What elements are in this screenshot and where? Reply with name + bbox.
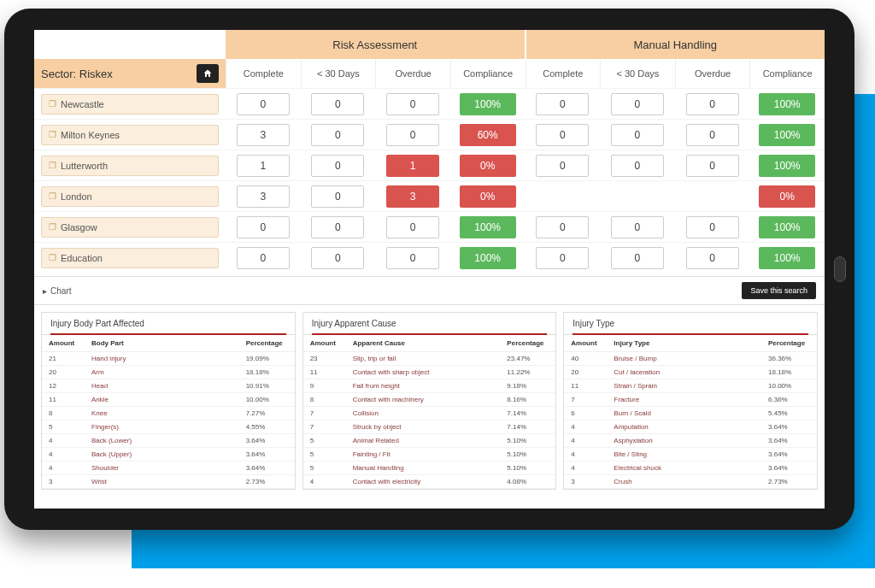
table-cell-link[interactable]: Slip, trip or fall <box>346 352 501 366</box>
table-cell-link[interactable]: Contact with electricity <box>346 475 501 489</box>
column-header: < 30 Days <box>301 59 376 88</box>
value-box[interactable]: 0 <box>311 124 364 146</box>
table-row: 40Bruise / Bump36.36% <box>564 352 817 366</box>
value-box[interactable]: 0 <box>611 216 664 238</box>
table-row: 3Wrist2.73% <box>42 475 295 489</box>
location-tag[interactable]: ❐Glasgow <box>41 217 219 238</box>
value-box[interactable]: 0 <box>311 155 364 177</box>
table-cell: 2.73% <box>761 475 817 489</box>
table-cell: 7.27% <box>239 407 295 420</box>
value-box[interactable]: 0 <box>686 93 739 115</box>
location-tag[interactable]: ❐London <box>41 186 219 207</box>
home-icon[interactable] <box>197 64 219 83</box>
table-cell-link[interactable]: Animal Related <box>346 434 501 448</box>
value-box[interactable]: 0 <box>311 216 364 238</box>
table-cell-link[interactable]: Contact with machinery <box>346 393 501 407</box>
report-panel: Injury Apparent CauseAmountApparent Caus… <box>302 312 557 490</box>
location-tag[interactable]: ❐Lutterworth <box>41 156 219 176</box>
table-cell-link[interactable]: Amputation <box>607 420 761 434</box>
table-cell: 23.47% <box>500 352 555 366</box>
table-cell-link[interactable]: Bruise / Bump <box>607 352 761 366</box>
table-cell-link[interactable]: Collision <box>346 407 501 420</box>
table-cell-link[interactable]: Knee <box>85 407 239 420</box>
table-cell: 19.09% <box>239 352 295 366</box>
table-cell-link[interactable]: Arm <box>85 366 239 379</box>
location-cell: ❐Education <box>34 248 226 268</box>
value-box[interactable]: 3 <box>386 185 439 208</box>
value-box[interactable]: 0 <box>311 247 364 269</box>
chart-toggle[interactable]: ▸ Chart <box>43 286 71 296</box>
value-box[interactable]: 0 <box>536 247 589 269</box>
location-tag[interactable]: ❐Education <box>41 248 219 268</box>
table-cell-link[interactable]: Back (Upper) <box>85 448 239 462</box>
value-box[interactable]: 0 <box>311 185 364 208</box>
table-cell: 5.45% <box>761 407 817 420</box>
table-cell-link[interactable]: Struck by object <box>346 420 501 434</box>
table-cell-link[interactable]: Back (Lower) <box>85 434 239 448</box>
value-cell: 0 <box>301 155 376 177</box>
value-box[interactable]: 0 <box>386 216 439 238</box>
value-cell: 1 <box>226 155 301 177</box>
table-cell: 4 <box>303 475 346 489</box>
table-cell: 12 <box>42 379 85 393</box>
value-box[interactable]: 0 <box>386 124 439 146</box>
value-box[interactable]: 0 <box>686 124 739 146</box>
save-search-button[interactable]: Save this search <box>742 282 816 299</box>
value-box[interactable]: 0 <box>536 93 589 115</box>
table-cell-link[interactable]: Fainting / Fit <box>346 448 501 462</box>
value-box[interactable]: 1 <box>386 155 439 177</box>
value-box[interactable]: 0 <box>536 124 589 146</box>
table-cell-link[interactable]: Finger(s) <box>85 420 239 434</box>
column-header: Overdue <box>375 59 450 88</box>
table-cell: 3.64% <box>239 434 295 448</box>
value-box[interactable]: 0 <box>311 93 364 115</box>
chart-bar: ▸ Chart Save this search <box>34 276 825 305</box>
value-box[interactable]: 0 <box>611 124 664 146</box>
table-cell-link[interactable]: Contact with sharp object <box>346 366 501 379</box>
dashboard: Risk Assessment Manual Handling Sector: … <box>34 30 825 497</box>
table-cell-link[interactable]: Hand injury <box>85 352 239 366</box>
location-tag[interactable]: ❐Newcastle <box>41 94 219 115</box>
table-cell-link[interactable]: Cut / laceration <box>607 366 761 379</box>
value-box[interactable]: 1 <box>237 155 290 177</box>
value-box[interactable]: 3 <box>237 185 290 208</box>
tablet-home-button[interactable] <box>834 256 846 282</box>
value-box[interactable]: 0 <box>611 155 664 177</box>
table-cell-link[interactable]: Wrist <box>85 475 239 489</box>
table-cell-link[interactable]: Bite / Sting <box>607 448 761 462</box>
table-cell-link[interactable]: Strain / Sprain <box>607 379 761 393</box>
value-box[interactable]: 0 <box>611 247 664 269</box>
table-cell-link[interactable]: Crush <box>607 475 761 489</box>
location-name: Milton Keynes <box>61 130 120 140</box>
table-cell-link[interactable]: Electrical shock <box>607 462 761 475</box>
location-tag[interactable]: ❐Milton Keynes <box>41 125 219 145</box>
value-cell: 0 <box>600 216 675 238</box>
table-cell-link[interactable]: Shoulder <box>85 462 239 475</box>
table-cell-link[interactable]: Fracture <box>607 393 761 407</box>
value-box[interactable]: 0 <box>237 216 290 238</box>
value-box[interactable]: 0 <box>536 216 589 238</box>
table-cell: 10.91% <box>239 379 295 393</box>
table-cell-link[interactable]: Asphyxiation <box>607 434 761 448</box>
value-cell: 0 <box>526 124 601 146</box>
value-box[interactable]: 0 <box>386 247 439 269</box>
table-row: 9Fall from height9.18% <box>303 379 556 393</box>
table-cell-link[interactable]: Ankle <box>85 393 239 407</box>
value-box[interactable]: 0 <box>686 216 739 238</box>
value-box[interactable]: 0 <box>686 155 739 177</box>
table-cell: 4 <box>42 462 85 475</box>
table-cell-link[interactable]: Head <box>85 379 239 393</box>
panel-title: Injury Type <box>564 313 817 335</box>
value-box[interactable]: 0 <box>611 93 664 115</box>
value-box[interactable]: 0 <box>237 247 290 269</box>
value-box[interactable]: 0 <box>536 155 589 177</box>
value-box[interactable]: 0 <box>686 247 739 269</box>
table-cell-link[interactable]: Fall from height <box>346 379 501 393</box>
value-box[interactable]: 3 <box>237 124 290 146</box>
value-box[interactable]: 0 <box>386 93 439 115</box>
table-row: 7Fracture6.36% <box>564 393 817 407</box>
value-box[interactable]: 0 <box>237 93 290 115</box>
table-cell-link[interactable]: Manual Handling <box>346 462 501 475</box>
table-cell-link[interactable]: Burn / Scald <box>607 407 761 420</box>
table-cell: 18.18% <box>239 366 295 379</box>
